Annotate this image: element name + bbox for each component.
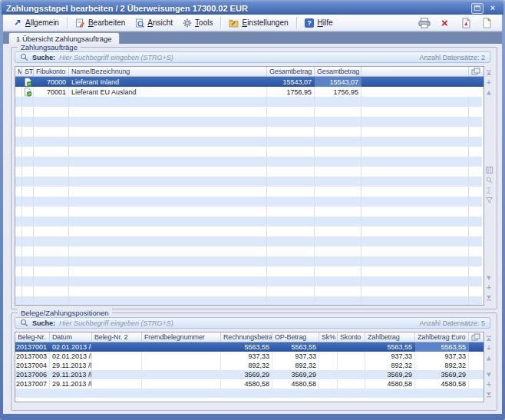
cell-fibukonto: 70000 — [34, 77, 69, 87]
header-sk-prozent[interactable]: Sk% — [319, 332, 338, 342]
table-row[interactable]: 20137006 29.11.2013 /Fr 3569,29 3569,29 … — [15, 370, 484, 379]
column-chooser-icon — [471, 68, 480, 76]
header-beleg-nr-2[interactable]: Beleg-Nr. 2 — [92, 332, 142, 342]
filter-icon[interactable] — [484, 196, 493, 204]
header-m[interactable]: M — [15, 67, 22, 76]
table-row[interactable]: 70000 Lieferant Inland 15543,07 15543,07 — [15, 77, 484, 87]
goto-last-icon[interactable] — [484, 390, 493, 399]
group-title: Belege/Zahlungspositionen — [18, 309, 112, 317]
print-button[interactable] — [418, 17, 431, 29]
goto-last-icon[interactable] — [484, 293, 493, 302]
goto-first-icon[interactable] — [484, 68, 493, 77]
menu-ansicht[interactable]: Ansicht — [130, 16, 177, 29]
goto-next-icon[interactable] — [484, 273, 493, 282]
cell-sk-prozent — [319, 352, 338, 361]
header-st[interactable]: ST — [22, 67, 34, 76]
record-count: Anzahl Datensätze: 5 — [419, 319, 485, 327]
column-chooser-button[interactable] — [469, 67, 482, 76]
append-row-icon[interactable]: + — [484, 380, 493, 389]
record-count-label: Anzahl Datensätze: — [419, 54, 479, 61]
header-beleg-nr[interactable]: Beleg-Nr. — [15, 332, 50, 342]
goto-first-icon[interactable] — [484, 334, 493, 342]
table-row[interactable]: 20137007 29.11.2013 /Fr 4580,58 4580,58 … — [15, 379, 484, 389]
table-row[interactable]: 20137003 02.01.2013 /Mi 937,33 937,33 93… — [15, 352, 484, 361]
menu-tools[interactable]: Tools — [177, 16, 217, 29]
delete-button[interactable]: × — [438, 17, 451, 29]
goto-previous-icon[interactable] — [484, 354, 493, 362]
menu-bar: ↗ Allgemein Bearbeiten Ansicht T — [3, 15, 502, 31]
cell-zahlbetrag: 937,33 — [365, 352, 415, 361]
append-row-icon[interactable]: + — [484, 283, 493, 292]
search-bar-positions[interactable]: Suche: Hier Suchbegriff eingeben (STRG+S… — [15, 317, 490, 329]
goto-previous-icon[interactable] — [484, 88, 493, 97]
new-document-button[interactable] — [480, 17, 493, 29]
cell-m — [15, 87, 22, 97]
table-row[interactable]: 20137004 29.11.2013 /Fr 892,32 892,32 89… — [15, 361, 484, 370]
table-row[interactable]: 20137001 02.01.2013 /Mi 5563,55 5563,55 … — [15, 342, 484, 352]
menu-bearbeiten[interactable]: Bearbeiten — [71, 16, 130, 29]
group-title: Zahlungsaufträge — [18, 43, 81, 51]
close-window-button[interactable]: × — [487, 4, 498, 13]
cell-zahlbetrag-euro: 3569,29 — [415, 370, 469, 379]
cell-sk-prozent — [319, 342, 338, 352]
cell-empty — [319, 389, 338, 398]
cell-empty — [272, 389, 319, 398]
toolbar-right: × — [418, 17, 497, 29]
header-gesamtbetrag-euro[interactable]: Gesamtbetrag Euro — [315, 67, 361, 76]
header-zahlbetrag[interactable]: Zahlbetrag — [365, 332, 415, 342]
cell-fremdbelegnummer — [142, 370, 221, 379]
menu-ansicht-label: Ansicht — [147, 18, 173, 27]
restore-window-button[interactable] — [471, 3, 484, 14]
orders-table-header: M ST Fibukonto Name/Bezeichnung Gesamtbe… — [15, 67, 484, 77]
header-datum[interactable]: Datum — [50, 332, 92, 342]
header-fremdbelegnummer[interactable]: Fremdbelegnummer — [142, 332, 221, 342]
cell-datum: 29.11.2013 /Fr — [50, 370, 92, 379]
menu-hilfe[interactable]: ? Hilfe — [300, 16, 338, 29]
header-name[interactable]: Name/Bezeichnung — [69, 67, 267, 76]
search-label: Suche: — [32, 319, 55, 327]
header-rechnungsbetrag[interactable]: Rechnungsbetrag — [221, 332, 272, 342]
restore-icon — [474, 5, 480, 11]
search-bar-orders[interactable]: Suche: Hier Suchbegriff eingeben (STRG+S… — [15, 51, 490, 63]
table-row[interactable]: 70001 Lieferant EU Ausland 1756,95 1756,… — [15, 87, 484, 97]
cell-filler — [469, 370, 482, 379]
help-question-icon: ? — [305, 18, 315, 28]
cell-skonto — [338, 342, 365, 352]
insert-row-icon[interactable]: + — [484, 344, 493, 352]
search-input[interactable]: Hier Suchbegriff eingeben (STRG+S) — [59, 319, 173, 327]
menu-allgemein[interactable]: ↗ Allgemein — [8, 16, 64, 29]
status-document-check-icon — [22, 87, 34, 97]
header-fibukonto[interactable]: Fibukonto — [34, 67, 69, 76]
header-skonto[interactable]: Skonto — [338, 332, 365, 342]
insert-row-icon[interactable]: + — [484, 78, 493, 87]
search-input[interactable]: Hier Suchbegriff eingeben (STRG+S) — [59, 54, 173, 61]
cell-filler — [361, 87, 482, 97]
post-document-button[interactable] — [459, 17, 472, 29]
header-zahlbetrag-euro[interactable]: Zahlbetrag Euro — [415, 332, 469, 342]
positions-nav-strip: + + — [484, 332, 494, 401]
cell-empty — [365, 389, 415, 398]
column-options-icon[interactable] — [484, 166, 493, 174]
cell-zahlbetrag-euro: 4580,58 — [415, 379, 469, 389]
search-rows-icon[interactable] — [484, 176, 493, 184]
sum-icon[interactable]: ∑ — [484, 186, 493, 194]
cell-rechnungsbetrag: 4580,58 — [221, 379, 272, 389]
cell-empty — [221, 389, 272, 398]
cell-gesamtbetrag-euro: 15543,07 — [315, 77, 361, 87]
goto-next-icon[interactable] — [484, 370, 493, 379]
cell-zahlbetrag: 892,32 — [365, 361, 415, 370]
cell-skonto — [338, 361, 365, 370]
header-gesamtbetrag[interactable]: Gesamtbetrag — [267, 67, 315, 76]
cell-filler — [469, 352, 482, 361]
menu-einstellungen[interactable]: Einstellungen — [224, 16, 292, 29]
header-op-betrag[interactable]: OP-Betrag — [272, 332, 319, 342]
cell-beleg-nr-2 — [92, 379, 142, 389]
cell-sk-prozent — [319, 379, 338, 389]
column-chooser-button[interactable] — [469, 332, 482, 342]
cell-datum: 29.11.2013 /Fr — [50, 361, 92, 370]
cell-beleg-nr: 20137007 — [15, 379, 50, 389]
tab-uebersicht-zahlungsauftraege[interactable]: 1 Übersicht Zahlungsaufträge — [8, 32, 120, 44]
cell-beleg-nr: 20137003 — [15, 352, 50, 361]
record-count-value: 2 — [481, 54, 485, 61]
menu-einstellungen-label: Einstellungen — [242, 18, 288, 27]
